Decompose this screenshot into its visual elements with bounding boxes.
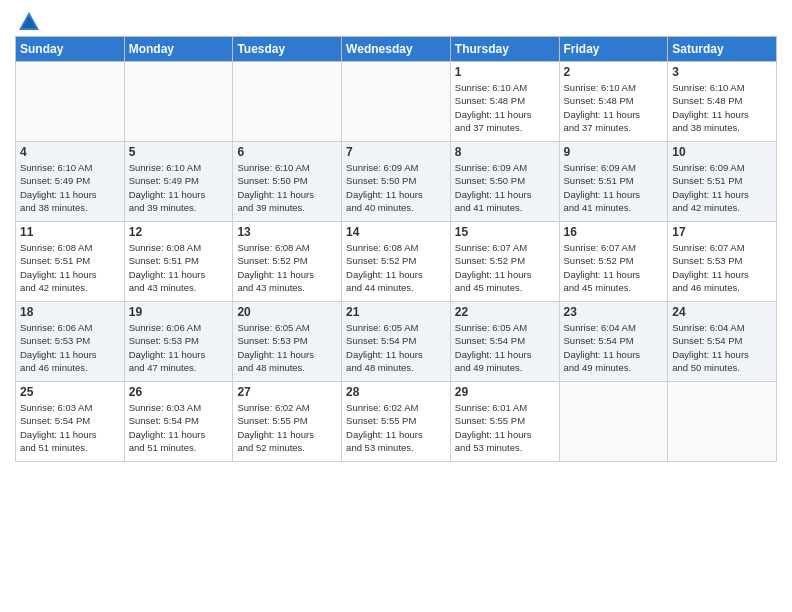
calendar-day <box>342 62 451 142</box>
calendar-week-5: 25Sunrise: 6:03 AM Sunset: 5:54 PM Dayli… <box>16 382 777 462</box>
calendar-table: SundayMondayTuesdayWednesdayThursdayFrid… <box>15 36 777 462</box>
day-number: 25 <box>20 385 120 399</box>
day-number: 12 <box>129 225 229 239</box>
calendar-header-sunday: Sunday <box>16 37 125 62</box>
calendar-week-3: 11Sunrise: 6:08 AM Sunset: 5:51 PM Dayli… <box>16 222 777 302</box>
page-header <box>15 10 777 30</box>
day-info: Sunrise: 6:10 AM Sunset: 5:48 PM Dayligh… <box>672 81 772 134</box>
day-info: Sunrise: 6:05 AM Sunset: 5:53 PM Dayligh… <box>237 321 337 374</box>
calendar-week-2: 4Sunrise: 6:10 AM Sunset: 5:49 PM Daylig… <box>16 142 777 222</box>
calendar-day <box>16 62 125 142</box>
day-number: 16 <box>564 225 664 239</box>
day-number: 17 <box>672 225 772 239</box>
calendar-day: 18Sunrise: 6:06 AM Sunset: 5:53 PM Dayli… <box>16 302 125 382</box>
logo <box>15 10 43 30</box>
day-number: 18 <box>20 305 120 319</box>
day-number: 27 <box>237 385 337 399</box>
day-number: 20 <box>237 305 337 319</box>
calendar-day <box>124 62 233 142</box>
day-info: Sunrise: 6:03 AM Sunset: 5:54 PM Dayligh… <box>20 401 120 454</box>
day-number: 24 <box>672 305 772 319</box>
calendar-header-wednesday: Wednesday <box>342 37 451 62</box>
day-number: 6 <box>237 145 337 159</box>
day-info: Sunrise: 6:07 AM Sunset: 5:53 PM Dayligh… <box>672 241 772 294</box>
calendar-day: 3Sunrise: 6:10 AM Sunset: 5:48 PM Daylig… <box>668 62 777 142</box>
day-info: Sunrise: 6:09 AM Sunset: 5:51 PM Dayligh… <box>564 161 664 214</box>
day-number: 10 <box>672 145 772 159</box>
calendar-day: 26Sunrise: 6:03 AM Sunset: 5:54 PM Dayli… <box>124 382 233 462</box>
calendar-header-row: SundayMondayTuesdayWednesdayThursdayFrid… <box>16 37 777 62</box>
calendar-day: 11Sunrise: 6:08 AM Sunset: 5:51 PM Dayli… <box>16 222 125 302</box>
day-info: Sunrise: 6:03 AM Sunset: 5:54 PM Dayligh… <box>129 401 229 454</box>
calendar-header-thursday: Thursday <box>450 37 559 62</box>
day-number: 15 <box>455 225 555 239</box>
calendar-day: 12Sunrise: 6:08 AM Sunset: 5:51 PM Dayli… <box>124 222 233 302</box>
day-info: Sunrise: 6:06 AM Sunset: 5:53 PM Dayligh… <box>129 321 229 374</box>
calendar-day <box>559 382 668 462</box>
day-number: 11 <box>20 225 120 239</box>
day-info: Sunrise: 6:08 AM Sunset: 5:51 PM Dayligh… <box>129 241 229 294</box>
day-info: Sunrise: 6:10 AM Sunset: 5:48 PM Dayligh… <box>564 81 664 134</box>
calendar-day: 19Sunrise: 6:06 AM Sunset: 5:53 PM Dayli… <box>124 302 233 382</box>
calendar-day: 15Sunrise: 6:07 AM Sunset: 5:52 PM Dayli… <box>450 222 559 302</box>
day-info: Sunrise: 6:08 AM Sunset: 5:52 PM Dayligh… <box>237 241 337 294</box>
day-number: 28 <box>346 385 446 399</box>
day-number: 1 <box>455 65 555 79</box>
day-info: Sunrise: 6:07 AM Sunset: 5:52 PM Dayligh… <box>564 241 664 294</box>
day-info: Sunrise: 6:09 AM Sunset: 5:51 PM Dayligh… <box>672 161 772 214</box>
calendar-day: 7Sunrise: 6:09 AM Sunset: 5:50 PM Daylig… <box>342 142 451 222</box>
calendar-day: 21Sunrise: 6:05 AM Sunset: 5:54 PM Dayli… <box>342 302 451 382</box>
calendar-header-tuesday: Tuesday <box>233 37 342 62</box>
day-info: Sunrise: 6:06 AM Sunset: 5:53 PM Dayligh… <box>20 321 120 374</box>
calendar-day: 24Sunrise: 6:04 AM Sunset: 5:54 PM Dayli… <box>668 302 777 382</box>
calendar-day: 27Sunrise: 6:02 AM Sunset: 5:55 PM Dayli… <box>233 382 342 462</box>
calendar-day: 17Sunrise: 6:07 AM Sunset: 5:53 PM Dayli… <box>668 222 777 302</box>
calendar-day: 6Sunrise: 6:10 AM Sunset: 5:50 PM Daylig… <box>233 142 342 222</box>
calendar-day: 23Sunrise: 6:04 AM Sunset: 5:54 PM Dayli… <box>559 302 668 382</box>
day-number: 19 <box>129 305 229 319</box>
day-number: 3 <box>672 65 772 79</box>
day-info: Sunrise: 6:01 AM Sunset: 5:55 PM Dayligh… <box>455 401 555 454</box>
calendar-day <box>668 382 777 462</box>
day-info: Sunrise: 6:08 AM Sunset: 5:52 PM Dayligh… <box>346 241 446 294</box>
day-info: Sunrise: 6:04 AM Sunset: 5:54 PM Dayligh… <box>564 321 664 374</box>
day-info: Sunrise: 6:08 AM Sunset: 5:51 PM Dayligh… <box>20 241 120 294</box>
day-info: Sunrise: 6:02 AM Sunset: 5:55 PM Dayligh… <box>237 401 337 454</box>
calendar-day: 25Sunrise: 6:03 AM Sunset: 5:54 PM Dayli… <box>16 382 125 462</box>
day-number: 21 <box>346 305 446 319</box>
calendar-day: 5Sunrise: 6:10 AM Sunset: 5:49 PM Daylig… <box>124 142 233 222</box>
calendar-header-saturday: Saturday <box>668 37 777 62</box>
day-number: 29 <box>455 385 555 399</box>
day-number: 26 <box>129 385 229 399</box>
day-info: Sunrise: 6:10 AM Sunset: 5:49 PM Dayligh… <box>129 161 229 214</box>
day-number: 2 <box>564 65 664 79</box>
calendar-day: 9Sunrise: 6:09 AM Sunset: 5:51 PM Daylig… <box>559 142 668 222</box>
day-info: Sunrise: 6:10 AM Sunset: 5:48 PM Dayligh… <box>455 81 555 134</box>
calendar-day: 8Sunrise: 6:09 AM Sunset: 5:50 PM Daylig… <box>450 142 559 222</box>
calendar-day: 4Sunrise: 6:10 AM Sunset: 5:49 PM Daylig… <box>16 142 125 222</box>
day-number: 14 <box>346 225 446 239</box>
day-number: 4 <box>20 145 120 159</box>
calendar-week-4: 18Sunrise: 6:06 AM Sunset: 5:53 PM Dayli… <box>16 302 777 382</box>
calendar-header-friday: Friday <box>559 37 668 62</box>
calendar-day: 2Sunrise: 6:10 AM Sunset: 5:48 PM Daylig… <box>559 62 668 142</box>
day-number: 7 <box>346 145 446 159</box>
calendar-day: 14Sunrise: 6:08 AM Sunset: 5:52 PM Dayli… <box>342 222 451 302</box>
day-info: Sunrise: 6:05 AM Sunset: 5:54 PM Dayligh… <box>455 321 555 374</box>
day-number: 9 <box>564 145 664 159</box>
calendar-header-monday: Monday <box>124 37 233 62</box>
calendar-day: 28Sunrise: 6:02 AM Sunset: 5:55 PM Dayli… <box>342 382 451 462</box>
day-number: 8 <box>455 145 555 159</box>
day-number: 5 <box>129 145 229 159</box>
day-number: 13 <box>237 225 337 239</box>
day-info: Sunrise: 6:02 AM Sunset: 5:55 PM Dayligh… <box>346 401 446 454</box>
day-info: Sunrise: 6:04 AM Sunset: 5:54 PM Dayligh… <box>672 321 772 374</box>
calendar-day: 29Sunrise: 6:01 AM Sunset: 5:55 PM Dayli… <box>450 382 559 462</box>
calendar-day: 20Sunrise: 6:05 AM Sunset: 5:53 PM Dayli… <box>233 302 342 382</box>
logo-icon <box>17 10 41 34</box>
day-info: Sunrise: 6:09 AM Sunset: 5:50 PM Dayligh… <box>346 161 446 214</box>
day-info: Sunrise: 6:10 AM Sunset: 5:49 PM Dayligh… <box>20 161 120 214</box>
calendar-day: 1Sunrise: 6:10 AM Sunset: 5:48 PM Daylig… <box>450 62 559 142</box>
day-info: Sunrise: 6:07 AM Sunset: 5:52 PM Dayligh… <box>455 241 555 294</box>
calendar-day: 22Sunrise: 6:05 AM Sunset: 5:54 PM Dayli… <box>450 302 559 382</box>
